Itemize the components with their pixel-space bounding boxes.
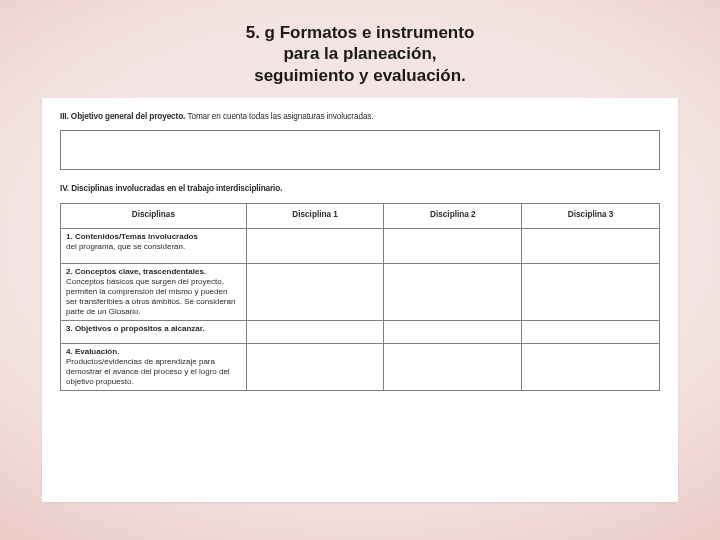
table-row: 4. Evaluación. Productos/evidencias de a…: [61, 343, 660, 390]
row-1-desc: del programa, que se consideran.: [66, 242, 241, 252]
cell: [522, 228, 660, 263]
title-rest-3: seguimiento y evaluación.: [254, 66, 466, 85]
header-disciplinas: Disciplinas: [61, 203, 247, 228]
cell: [522, 343, 660, 390]
table-row: 1. Contenidos/Temas involucrados del pro…: [61, 228, 660, 263]
embedded-form-page: III. Objetivo general del proyecto. Toma…: [42, 98, 678, 502]
header-disciplina-1: Disciplina 1: [246, 203, 384, 228]
title-rest-1: Formatos e instrumento: [280, 23, 475, 42]
header-disciplina-3: Disciplina 3: [522, 203, 660, 228]
section-iii-bold: III. Objetivo general del proyecto.: [60, 112, 185, 121]
table-row: 2. Conceptos clave, trascendentales. Con…: [61, 263, 660, 320]
table-row: 3. Objetivos o propósitos a alcanzar.: [61, 320, 660, 343]
form-content: III. Objetivo general del proyecto. Toma…: [60, 108, 660, 488]
row-1-label: 1. Contenidos/Temas involucrados del pro…: [61, 228, 247, 263]
row-4-label: 4. Evaluación. Productos/evidencias de a…: [61, 343, 247, 390]
cell: [384, 263, 522, 320]
header-disciplina-2: Disciplina 2: [384, 203, 522, 228]
title-lead: 5. g: [246, 23, 275, 42]
slide: 5. g Formatos e instrumento para la plan…: [0, 0, 720, 540]
cell: [246, 228, 384, 263]
row-3-label: 3. Objetivos o propósitos a alcanzar.: [61, 320, 247, 343]
section-iii-heading: III. Objetivo general del proyecto. Toma…: [60, 112, 660, 122]
section-iv-heading: IV. Disciplinas involucradas en el traba…: [60, 184, 660, 194]
table-header-row: Disciplinas Disciplina 1 Disciplina 2 Di…: [61, 203, 660, 228]
cell: [246, 320, 384, 343]
section-iii-empty-box: [60, 130, 660, 170]
section-iii-rest: Tomar en cuenta todas las asignaturas in…: [187, 112, 373, 121]
disciplines-table: Disciplinas Disciplina 1 Disciplina 2 Di…: [60, 203, 660, 391]
row-1-title: 1. Contenidos/Temas involucrados: [66, 232, 241, 242]
cell: [384, 320, 522, 343]
cell: [246, 263, 384, 320]
cell: [246, 343, 384, 390]
cell: [522, 320, 660, 343]
title-rest-2: para la planeación,: [283, 44, 436, 63]
row-3-title: 3. Objetivos o propósitos a alcanzar.: [66, 324, 241, 334]
row-2-title: 2. Conceptos clave, trascendentales.: [66, 267, 241, 277]
row-4-desc: Productos/evidencias de aprendizaje para…: [66, 357, 241, 387]
cell: [522, 263, 660, 320]
cell: [384, 228, 522, 263]
row-2-label: 2. Conceptos clave, trascendentales. Con…: [61, 263, 247, 320]
slide-title: 5. g Formatos e instrumento para la plan…: [0, 22, 720, 86]
cell: [384, 343, 522, 390]
row-2-desc: Conceptos básicos que surgen del proyect…: [66, 277, 241, 317]
row-4-title: 4. Evaluación.: [66, 347, 241, 357]
